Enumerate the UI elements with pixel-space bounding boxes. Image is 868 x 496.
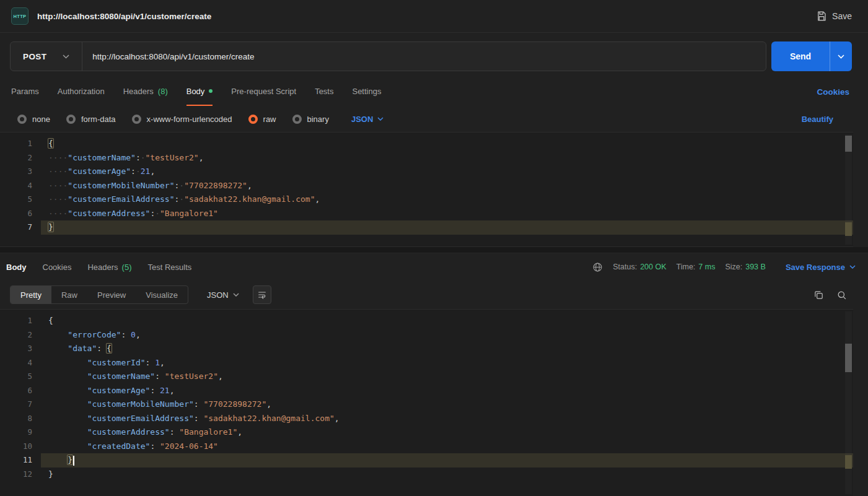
copy-button[interactable]: [813, 290, 824, 300]
tab-prerequest-script[interactable]: Pre-request Script: [231, 77, 296, 106]
line-number: 3: [0, 165, 41, 179]
code-token: :: [194, 414, 199, 423]
code-line[interactable]: "customerAge": 21,: [41, 384, 853, 398]
code-area[interactable]: { "errorCode": 0, "data": { "customerId"…: [41, 310, 853, 496]
body-mode-form-data[interactable]: form-data: [66, 115, 116, 124]
code-line[interactable]: ····"customerAge":·21,: [41, 165, 853, 179]
editor-scrollbar[interactable]: [845, 311, 852, 494]
code-token: ,: [150, 167, 155, 176]
editor-scrollbar[interactable]: [845, 134, 852, 245]
code-token: [48, 399, 87, 409]
code-token: [48, 414, 87, 423]
line-number: 7: [0, 398, 41, 412]
tab-authorization[interactable]: Authorization: [58, 77, 105, 106]
code-token: "errorCode": [68, 330, 121, 339]
tab-tests[interactable]: Tests: [315, 77, 333, 106]
line-number: 2: [0, 328, 41, 342]
tab-headers[interactable]: Headers(8): [123, 77, 168, 106]
globe-icon[interactable]: [592, 262, 603, 272]
code-token: [48, 358, 87, 367]
code-token: "77022898272": [184, 181, 247, 190]
code-token: ·: [179, 181, 184, 190]
code-area[interactable]: {····"customerName":·"testUser2",····"cu…: [41, 133, 853, 246]
send-button-label[interactable]: Send: [771, 41, 830, 71]
save-response-label: Save Response: [786, 263, 845, 272]
code-line[interactable]: "customerMobileNumber": "77022898272",: [41, 398, 853, 412]
response-tab-body[interactable]: Body: [6, 263, 27, 272]
body-mode-urlencoded[interactable]: x-www-form-urlencoded: [132, 115, 232, 124]
response-tab-cookies[interactable]: Cookies: [43, 263, 72, 272]
tab-params[interactable]: Params: [11, 77, 39, 106]
response-tab-test-results[interactable]: Test Results: [148, 263, 192, 272]
tab-body[interactable]: Body: [186, 77, 213, 106]
view-preview[interactable]: Preview: [87, 286, 136, 303]
code-line[interactable]: "customerAddress": "Bangalore1",: [41, 425, 853, 440]
raw-language-select[interactable]: JSON: [351, 115, 384, 124]
code-token: ,: [237, 427, 242, 437]
code-line[interactable]: }: [41, 468, 853, 482]
code-line[interactable]: "createdDate": "2024-06-14": [41, 440, 853, 454]
language-label: JSON: [351, 115, 373, 124]
code-token: "customerEmailAddress": [68, 194, 174, 204]
code-token: {: [48, 316, 53, 325]
code-token: 21: [141, 167, 151, 176]
view-visualize[interactable]: Visualize: [136, 286, 188, 303]
chevron-down-icon: [838, 54, 844, 59]
response-format-select[interactable]: JSON: [201, 290, 245, 300]
request-body-editor[interactable]: 1234567 {····"customerName":·"testUser2"…: [0, 132, 853, 247]
save-response-button[interactable]: Save Response: [786, 263, 856, 272]
body-mode-raw[interactable]: raw: [248, 115, 276, 124]
method-select[interactable]: POST: [11, 42, 82, 71]
code-token: [160, 372, 165, 381]
code-token: }: [48, 222, 53, 232]
wrap-text-button[interactable]: [253, 285, 271, 304]
scrollbar-thumb[interactable]: [845, 136, 852, 152]
url-input[interactable]: http://localhost:8080/api/v1/customer/cr…: [82, 42, 766, 71]
radio-button: [292, 115, 302, 124]
code-line[interactable]: {: [41, 137, 853, 151]
code-line[interactable]: }: [41, 453, 853, 468]
cookies-link[interactable]: Cookies: [817, 77, 849, 106]
beautify-link[interactable]: Beautify: [802, 115, 833, 124]
send-button[interactable]: Send: [771, 41, 852, 71]
code-line[interactable]: "errorCode": 0,: [41, 328, 853, 342]
wrap-text-icon: [257, 290, 267, 300]
view-pretty[interactable]: Pretty: [11, 286, 51, 303]
headers-count-badge: (8): [158, 87, 168, 96]
body-mode-none[interactable]: none: [17, 115, 50, 124]
pane-splitter[interactable]: [0, 247, 868, 253]
response-body-editor[interactable]: 123456789101112 { "errorCode": 0, "data"…: [0, 309, 853, 496]
chevron-down-icon: [849, 265, 856, 269]
code-line[interactable]: "customerName": "testUser2",: [41, 370, 853, 384]
line-number: 5: [0, 370, 41, 384]
save-button[interactable]: Save: [816, 11, 852, 22]
mode-label: raw: [263, 115, 276, 124]
body-mode-binary[interactable]: binary: [292, 115, 329, 124]
code-line[interactable]: ····"customerAddress":·"Bangalore1": [41, 207, 853, 221]
line-number-gutter: 1234567: [0, 133, 41, 246]
time-pair: Time:7 ms: [677, 263, 716, 271]
code-line[interactable]: "customerId": 1,: [41, 356, 853, 370]
line-number: 1: [0, 137, 41, 151]
code-token: "Bangalore1": [160, 209, 218, 218]
code-line[interactable]: ····"customerEmailAddress":·"sadakhat22.…: [41, 193, 853, 207]
send-options-caret[interactable]: [830, 41, 852, 71]
tab-label: Settings: [352, 87, 381, 96]
tab-label: Authorization: [58, 87, 105, 96]
response-tab-headers[interactable]: Headers(5): [87, 263, 131, 272]
code-line[interactable]: {: [41, 314, 853, 328]
code-line[interactable]: ····"customerMobileNumber":·"77022898272…: [41, 179, 853, 193]
search-button[interactable]: [836, 290, 847, 300]
status-value: 200 OK: [640, 263, 666, 271]
code-line[interactable]: }: [41, 220, 853, 235]
code-token: ····: [48, 167, 68, 176]
code-line[interactable]: ····"customerName":·"testUser2",: [41, 151, 853, 165]
view-raw[interactable]: Raw: [51, 286, 87, 303]
tab-label: Body: [6, 263, 27, 272]
tab-settings[interactable]: Settings: [352, 77, 381, 106]
code-line[interactable]: "data": {: [41, 342, 853, 356]
scrollbar-thumb[interactable]: [845, 344, 852, 372]
code-token: [102, 344, 107, 353]
code-line[interactable]: "customerEmailAddress": "sadakhat22.khan…: [41, 412, 853, 426]
tab-label: Params: [11, 87, 39, 96]
